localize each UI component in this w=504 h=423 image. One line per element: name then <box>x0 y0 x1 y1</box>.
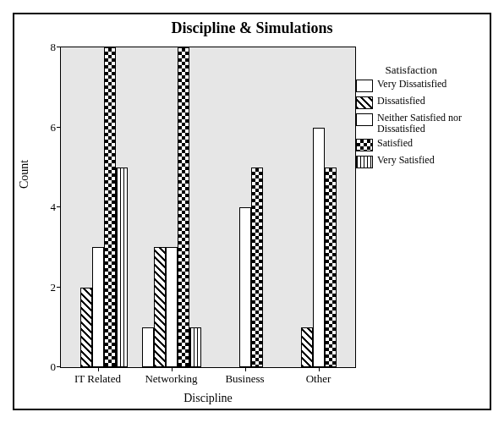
legend-label: Satisfied <box>377 138 413 149</box>
legend-item: Very Satisfied <box>356 155 483 168</box>
y-tick-label: 8 <box>51 41 57 54</box>
bar <box>313 128 325 368</box>
legend: Very DissatisfiedDissatisfiedNeither Sat… <box>356 79 483 172</box>
y-tick-label: 2 <box>51 281 57 294</box>
legend-swatch <box>356 96 373 109</box>
x-tick-label: IT Related <box>74 372 121 386</box>
x-axis-label: Discipline <box>60 392 356 405</box>
legend-item: Dissatisfied <box>356 96 483 109</box>
x-tick-label: Networking <box>145 372 197 386</box>
bar <box>142 327 154 367</box>
x-tick-label: Business <box>225 372 264 386</box>
bar <box>116 168 128 367</box>
chart-frame: Discipline & Simulations Satisfaction Ve… <box>13 13 491 410</box>
y-axis-label: Count <box>18 160 31 189</box>
legend-label: Neither Satisfied nor Dissatisfied <box>377 113 483 135</box>
legend-item: Neither Satisfied nor Dissatisfied <box>356 113 483 135</box>
y-tick-label: 4 <box>51 201 57 214</box>
legend-title: Satisfaction <box>386 63 437 77</box>
legend-item: Very Dissatisfied <box>356 79 483 92</box>
plot-area: 02468IT RelatedNetworkingBusinessOther <box>60 47 356 368</box>
bar <box>80 288 92 368</box>
bar <box>104 47 116 367</box>
legend-swatch <box>356 80 373 92</box>
legend-label: Very Dissatisfied <box>377 79 446 90</box>
chart-title: Discipline & Simulations <box>14 19 490 37</box>
bar <box>325 168 337 367</box>
bar <box>92 247 104 367</box>
legend-label: Dissatisfied <box>377 96 425 107</box>
legend-swatch <box>356 156 373 168</box>
bar <box>239 207 251 367</box>
legend-item: Satisfied <box>356 138 483 151</box>
legend-label: Very Satisfied <box>377 155 435 166</box>
y-tick-label: 0 <box>51 360 57 374</box>
bar <box>178 47 189 367</box>
y-tick-label: 6 <box>51 121 57 135</box>
bar <box>154 247 166 367</box>
bar <box>301 327 313 367</box>
bar <box>166 247 178 367</box>
legend-swatch <box>356 113 373 126</box>
bar <box>189 327 201 367</box>
legend-swatch <box>356 139 373 151</box>
chart-figure: Discipline & Simulations Satisfaction Ve… <box>0 0 504 423</box>
x-tick-label: Other <box>306 372 331 386</box>
bar <box>251 168 263 367</box>
